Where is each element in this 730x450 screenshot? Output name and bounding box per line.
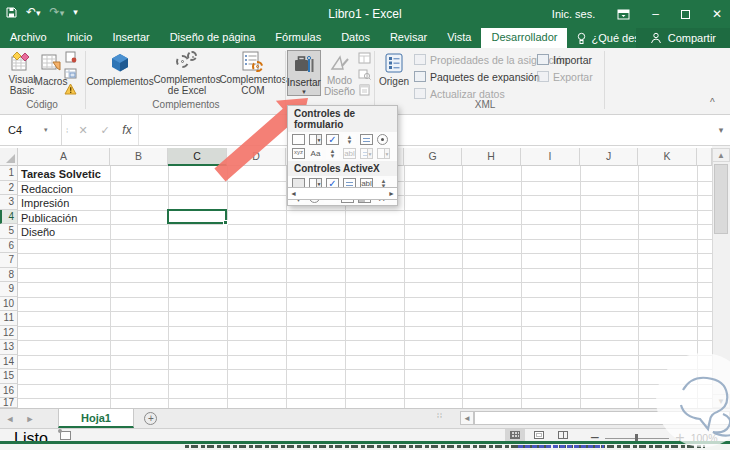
scroll-up-icon[interactable]: ▲ bbox=[712, 148, 730, 162]
ribbon-display-options-icon[interactable] bbox=[617, 9, 630, 20]
cell-a2[interactable]: Redaccion bbox=[21, 182, 73, 196]
selected-cell-outline[interactable] bbox=[167, 209, 227, 225]
tab-desarrollador[interactable]: Desarrollador bbox=[481, 28, 567, 48]
minimize-button[interactable]: – bbox=[652, 7, 659, 21]
macro-record-status-icon[interactable] bbox=[60, 431, 71, 440]
form-list-box-icon[interactable] bbox=[360, 134, 373, 145]
form-combo-box-icon[interactable]: ▼ bbox=[309, 134, 322, 145]
row-header-10[interactable]: 10 bbox=[0, 297, 18, 312]
row-header-1[interactable]: 1 bbox=[0, 166, 18, 181]
row-header-5[interactable]: 5 bbox=[0, 224, 18, 239]
tab-inicio[interactable]: Inicio bbox=[57, 28, 103, 48]
cell-a1[interactable]: Tareas Solvetic bbox=[21, 167, 101, 181]
row-header-7[interactable]: 7 bbox=[0, 253, 18, 268]
vertical-scroll-thumb[interactable] bbox=[714, 164, 728, 234]
page-break-view-button[interactable] bbox=[553, 429, 573, 441]
form-button-icon[interactable] bbox=[292, 134, 305, 145]
share-button[interactable]: Compartir bbox=[636, 28, 730, 48]
expand-formula-bar-icon[interactable]: ▾ bbox=[712, 115, 730, 145]
tab-vista[interactable]: Vista bbox=[437, 28, 481, 48]
sheet-nav-left-icon[interactable]: ◄ bbox=[0, 409, 20, 428]
maximize-button[interactable] bbox=[681, 10, 690, 19]
addins-button[interactable]: Complementos bbox=[88, 50, 152, 96]
tab-insertar[interactable]: Insertar bbox=[102, 28, 159, 48]
xml-source-button[interactable]: Origen bbox=[376, 50, 412, 96]
column-header-b[interactable]: B bbox=[110, 148, 168, 166]
row-header-15[interactable]: 15 bbox=[0, 369, 18, 384]
insert-function-icon[interactable]: fx bbox=[116, 115, 138, 145]
page-layout-view-button[interactable] bbox=[529, 429, 549, 441]
column-header-j[interactable]: J bbox=[580, 148, 638, 166]
excel-addins-button[interactable]: Complementos de Excel bbox=[154, 50, 220, 96]
scroll-down-icon[interactable]: ▼ bbox=[712, 394, 730, 408]
dropdown-scrollbar[interactable]: ◄ ► bbox=[287, 187, 398, 200]
share-label: Compartir bbox=[668, 32, 716, 44]
cell-a5[interactable]: Diseño bbox=[21, 225, 55, 239]
cell-a4[interactable]: Publicación bbox=[21, 211, 77, 225]
tab-revisar[interactable]: Revisar bbox=[380, 28, 437, 48]
row-header-14[interactable]: 14 bbox=[0, 355, 18, 370]
gridline bbox=[18, 224, 712, 225]
sign-in-button[interactable]: Inic. ses. bbox=[552, 8, 595, 20]
relative-references-icon[interactable] bbox=[63, 66, 78, 79]
tab-splitter-grip[interactable]: ⁞⁞ bbox=[437, 412, 443, 419]
row-header-2[interactable]: 2 bbox=[0, 181, 18, 196]
column-header-d[interactable]: D bbox=[227, 148, 286, 166]
form-spin-button-icon[interactable]: ▲▼ bbox=[343, 134, 356, 145]
row-header-16[interactable]: 16 bbox=[0, 384, 18, 399]
form-option-button-icon[interactable] bbox=[377, 134, 388, 145]
row-header-13[interactable]: 13 bbox=[0, 340, 18, 355]
select-all-corner[interactable] bbox=[0, 148, 18, 166]
row-header-9[interactable]: 9 bbox=[0, 282, 18, 297]
sheet-nav-right-icon[interactable]: ► bbox=[20, 409, 40, 428]
scroll-right-icon[interactable]: ► bbox=[388, 190, 395, 197]
row-header-8[interactable]: 8 bbox=[0, 268, 18, 283]
form-label-icon[interactable]: Aa bbox=[309, 148, 322, 159]
xml-exportar-icon bbox=[537, 71, 549, 82]
new-sheet-button[interactable]: + bbox=[134, 409, 168, 428]
macro-security-icon[interactable] bbox=[63, 82, 78, 95]
hscroll-left-icon[interactable]: ◄ bbox=[460, 411, 474, 425]
excel-window: ↶▾ ↷▾ ▾ Libro1 - Excel Inic. ses. – ✕ Ar… bbox=[0, 0, 730, 450]
row-header-17[interactable]: 17 bbox=[0, 398, 18, 408]
column-header-k[interactable]: K bbox=[638, 148, 697, 166]
macros-button[interactable]: Macros bbox=[36, 50, 66, 96]
column-header-c[interactable]: C bbox=[168, 148, 227, 166]
form-combo-list-edit-icon: ▼ bbox=[360, 148, 373, 159]
com-addins-button[interactable]: Complementos COM bbox=[222, 50, 284, 96]
fill-handle[interactable] bbox=[223, 220, 228, 225]
row-header-12[interactable]: 12 bbox=[0, 326, 18, 341]
zoom-slider[interactable] bbox=[605, 438, 669, 439]
gridline bbox=[18, 253, 712, 254]
tab-archivo[interactable]: Archivo bbox=[0, 28, 57, 48]
row-header-6[interactable]: 6 bbox=[0, 239, 18, 254]
horizontal-scrollbar[interactable] bbox=[474, 411, 730, 425]
form-group-box-icon[interactable]: xyz bbox=[292, 148, 305, 159]
row-header-3[interactable]: 3 bbox=[0, 195, 18, 210]
normal-view-button[interactable] bbox=[505, 429, 525, 441]
row-header-4[interactable]: 4 bbox=[0, 210, 18, 225]
formula-input[interactable] bbox=[138, 115, 712, 145]
insert-controls-button[interactable]: Insertar ▼ bbox=[287, 50, 321, 96]
record-macro-icon[interactable] bbox=[63, 50, 78, 63]
column-header-h[interactable]: H bbox=[462, 148, 521, 166]
tab-dise-o-de-p-gina[interactable]: Diseño de página bbox=[160, 28, 266, 48]
tab-f-rmulas[interactable]: Fórmulas bbox=[265, 28, 331, 48]
xml-importar[interactable]: Importar bbox=[537, 52, 593, 67]
form-scroll-bar-icon[interactable]: ▲▼ bbox=[326, 148, 339, 159]
sheet-tab-hoja1[interactable]: Hoja1 bbox=[58, 409, 134, 428]
row-header-11[interactable]: 11 bbox=[0, 311, 18, 326]
name-box-caret-icon[interactable]: ▾ bbox=[44, 126, 48, 134]
collapse-ribbon-icon[interactable]: ^ bbox=[710, 97, 715, 108]
gridline bbox=[18, 326, 712, 327]
scroll-left-icon[interactable]: ◄ bbox=[290, 190, 297, 197]
column-header-g[interactable]: G bbox=[404, 148, 462, 166]
column-header-i[interactable]: I bbox=[521, 148, 580, 166]
cell-a3[interactable]: Impresión bbox=[21, 196, 69, 210]
column-header-a[interactable]: A bbox=[18, 148, 110, 166]
form-check-box-icon[interactable]: ✓ bbox=[326, 134, 339, 145]
formula-bar-grip[interactable]: ⁞ bbox=[62, 115, 72, 145]
close-button[interactable]: ✕ bbox=[712, 7, 722, 21]
tab-datos[interactable]: Datos bbox=[331, 28, 380, 48]
name-box[interactable]: C4 ▾ bbox=[0, 115, 62, 145]
